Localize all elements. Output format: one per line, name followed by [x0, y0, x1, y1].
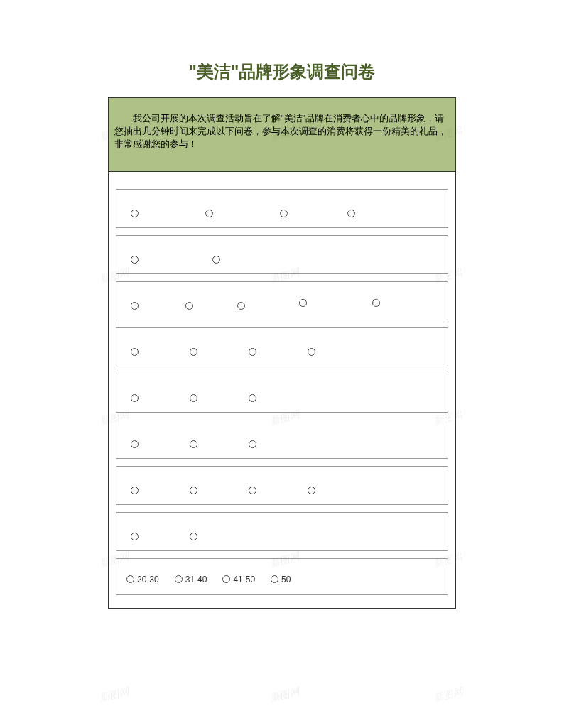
intro-text: 我公司开展的本次调查活动旨在了解"美洁"品牌在消费者心中的品牌形象，请您抽出几分…	[109, 98, 455, 172]
questions-area: 20-30 31-40 41-50 50	[109, 172, 455, 608]
radio-option[interactable]	[372, 299, 383, 307]
radio-option[interactable]	[308, 348, 318, 356]
radio-option[interactable]	[131, 348, 141, 356]
radio-option[interactable]	[212, 256, 223, 264]
radio-icon	[249, 440, 256, 448]
question-block	[116, 235, 448, 274]
radio-icon	[249, 348, 256, 356]
radio-icon	[308, 487, 315, 494]
radio-icon	[131, 533, 139, 540]
question-block	[116, 512, 448, 551]
radio-option[interactable]	[249, 394, 259, 402]
question-block	[116, 374, 448, 413]
radio-option[interactable]	[131, 533, 141, 540]
radio-option[interactable]	[190, 487, 200, 494]
radio-option[interactable]	[249, 487, 259, 494]
watermark: 新图网	[98, 685, 130, 705]
radio-option[interactable]	[190, 394, 200, 402]
radio-icon	[347, 210, 355, 217]
radio-option[interactable]	[205, 210, 216, 217]
radio-icon	[280, 210, 288, 217]
radio-label: 41-50	[233, 575, 255, 585]
radio-icon	[131, 256, 139, 264]
radio-icon	[131, 440, 139, 448]
radio-option[interactable]: 31-40	[175, 575, 207, 585]
question-block: 20-30 31-40 41-50 50	[116, 558, 448, 595]
radio-icon	[185, 302, 193, 310]
radio-option[interactable]	[131, 210, 141, 217]
radio-icon	[190, 487, 197, 494]
radio-icon	[299, 299, 307, 307]
radio-icon	[222, 575, 230, 583]
question-block	[116, 327, 448, 366]
radio-icon	[190, 533, 197, 540]
radio-option[interactable]	[190, 533, 200, 540]
radio-option[interactable]: 50	[271, 575, 291, 585]
radio-icon	[372, 299, 380, 307]
radio-icon	[249, 487, 256, 494]
question-block	[116, 189, 448, 228]
radio-option[interactable]	[308, 487, 318, 494]
radio-option[interactable]	[185, 302, 196, 310]
radio-icon	[190, 394, 197, 402]
radio-icon	[190, 440, 197, 448]
radio-option[interactable]	[249, 440, 259, 448]
radio-icon	[131, 487, 139, 494]
radio-option[interactable]	[131, 394, 141, 402]
radio-icon	[308, 348, 315, 356]
watermark: 新图网	[269, 685, 300, 705]
radio-icon	[205, 210, 213, 217]
radio-icon	[237, 302, 245, 310]
radio-option[interactable]	[280, 210, 291, 217]
radio-option[interactable]: 41-50	[222, 575, 255, 585]
radio-icon	[126, 575, 134, 583]
radio-option[interactable]	[131, 487, 141, 494]
radio-icon	[131, 302, 139, 310]
radio-option[interactable]	[347, 210, 358, 217]
radio-icon	[271, 575, 278, 583]
radio-option[interactable]	[299, 299, 310, 307]
radio-label: 31-40	[185, 575, 207, 585]
question-block	[116, 281, 448, 320]
radio-icon	[131, 394, 139, 402]
radio-option[interactable]	[131, 440, 141, 448]
question-block	[116, 466, 448, 505]
question-block	[116, 420, 448, 459]
watermark: 新图网	[432, 685, 464, 705]
radio-option[interactable]	[237, 302, 248, 310]
radio-label: 50	[281, 575, 291, 585]
radio-option[interactable]	[190, 440, 200, 448]
radio-icon	[212, 256, 220, 264]
radio-option[interactable]	[131, 256, 141, 264]
page-title: "美洁"品牌形象调查问卷	[0, 0, 564, 97]
radio-option[interactable]	[190, 348, 200, 356]
radio-icon	[131, 210, 139, 217]
survey-container: 我公司开展的本次调查活动旨在了解"美洁"品牌在消费者心中的品牌形象，请您抽出几分…	[108, 97, 456, 609]
radio-icon	[190, 348, 197, 356]
radio-icon	[131, 348, 139, 356]
radio-icon	[175, 575, 183, 583]
radio-label: 20-30	[137, 575, 159, 585]
radio-icon	[249, 394, 256, 402]
radio-option[interactable]: 20-30	[126, 575, 159, 585]
radio-option[interactable]	[249, 348, 259, 356]
radio-option[interactable]	[131, 302, 141, 310]
